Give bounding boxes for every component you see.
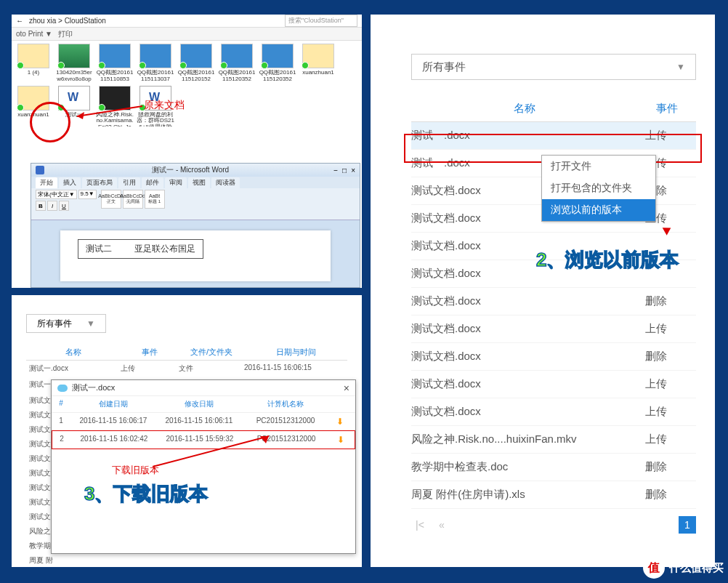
event-row[interactable]: 测试文档.docx上传: [411, 371, 696, 398]
event-row[interactable]: 测试一.docx上传文件2016-11-15 16:06:15: [26, 361, 347, 377]
row-name: 测试文档.docx: [411, 294, 645, 308]
bold-button[interactable]: B: [36, 201, 46, 211]
photo-print-button[interactable]: oto Print ▼: [16, 30, 52, 38]
event-row[interactable]: 周夏 附: [26, 552, 347, 567]
page-prev-icon[interactable]: «: [433, 516, 450, 534]
file-item[interactable]: 拯救网盘的利器：群晖DS216+II使用体验: [137, 86, 174, 126]
event-row[interactable]: 测试文档.docx上传: [411, 398, 696, 426]
explorer-toolbar: oto Print ▼ 打印: [12, 28, 362, 41]
explorer-titlebar: ← zhou xia > CloudStation 搜索"CloudStatio…: [12, 15, 362, 28]
ctx-open-file[interactable]: 打开文件: [542, 156, 655, 177]
file-label: QQ截图20161115120352: [218, 70, 256, 83]
ribbon-style[interactable]: AaBbCcDd·无间隔: [123, 190, 143, 209]
event-row[interactable]: 测试文档.docx上传: [411, 315, 696, 343]
chevron-down-icon: ▼: [676, 62, 685, 72]
word-tab[interactable]: 引用: [118, 177, 140, 188]
underline-button[interactable]: U: [59, 201, 69, 211]
file-item[interactable]: xuanzhuan1: [15, 86, 52, 126]
event-row[interactable]: 测试文档.docx删除: [411, 288, 696, 315]
word-content-b: 亚足联公布国足: [134, 244, 195, 254]
file-thumb-icon: [17, 86, 49, 110]
minimize-icon[interactable]: −: [333, 166, 338, 174]
explorer-search[interactable]: 搜索"CloudStation": [285, 15, 357, 27]
version-row[interactable]: 12016-11-15 16:06:172016-11-15 16:06:11P…: [52, 413, 355, 430]
print-button[interactable]: 打印: [58, 29, 73, 39]
word-document-page[interactable]: 测试二 亚足联公布国足: [60, 230, 331, 281]
close-icon[interactable]: ×: [344, 382, 349, 394]
file-label: QQ截图20161115120352: [259, 70, 296, 83]
ribbon-style[interactable]: AaBt标题 1: [145, 190, 165, 209]
explorer-breadcrumb[interactable]: zhou xia > CloudStation: [29, 17, 106, 25]
font-selector[interactable]: 宋体(中文正▼: [36, 190, 77, 199]
header-folder: 文件/文件夹: [179, 347, 244, 358]
header-event: 事件: [638, 102, 696, 116]
file-label: 测试一: [65, 112, 83, 118]
event-row[interactable]: 测试文档.docx: [411, 233, 696, 260]
italic-button[interactable]: I: [47, 201, 57, 211]
vh-idx: #: [52, 399, 70, 409]
sync-badge-icon: [98, 62, 105, 69]
event-row[interactable]: 风险之神.Risk.no....huixinFan.mkv上传: [411, 426, 696, 454]
cloud-icon: [57, 385, 68, 392]
file-item[interactable]: QQ截图20161115110853: [96, 44, 134, 83]
row-event: 删除: [645, 350, 696, 363]
close-icon[interactable]: ×: [351, 166, 355, 174]
header-event: 事件: [121, 347, 179, 358]
explorer-icon-grid: 1 (4)130420m35erw6xvro8o8opQQ截图201611151…: [12, 41, 362, 129]
row-event: 上传: [645, 405, 696, 419]
file-item[interactable]: 1 (4): [15, 44, 52, 83]
sync-badge-icon: [98, 104, 105, 111]
sync-badge-icon: [57, 104, 65, 111]
download-icon[interactable]: ⬇: [329, 417, 351, 427]
file-item[interactable]: 风险之神.Risk.no.Kamisama.Ep03.Chi_Jap.HDTVr…: [96, 86, 134, 126]
maximize-icon[interactable]: □: [342, 166, 347, 174]
ribbon-styles: AaBbCcDd·正文AaBbCcDd·无间隔AaBt标题 1: [101, 190, 165, 218]
version-row[interactable]: 22016-11-15 16:02:422016-11-15 15:59:32P…: [52, 430, 355, 449]
word-ribbon: 宋体(中文正▼ 9.5▼ B I U AaBbCcDd·正文AaBbCcDd·无…: [31, 188, 360, 220]
event-row[interactable]: 测试文档.docx: [411, 260, 696, 288]
event-row[interactable]: 周夏 附件(住房申请).xls删除: [411, 481, 696, 509]
page-first-icon[interactable]: |<: [411, 516, 429, 534]
word-tab[interactable]: 邮件: [142, 177, 163, 188]
sync-badge-icon: [139, 104, 146, 111]
word-tab[interactable]: 视图: [188, 177, 210, 188]
file-item[interactable]: 测试一: [55, 86, 93, 126]
sync-badge-icon: [220, 62, 227, 69]
file-explorer: ← zhou xia > CloudStation 搜索"CloudStatio…: [12, 15, 362, 129]
word-tab[interactable]: 审阅: [165, 177, 187, 188]
row-name: 测试文档.docx: [411, 322, 645, 336]
ctx-open-folder[interactable]: 打开包含的文件夹: [542, 177, 655, 199]
file-label: 风险之神.Risk.no.Kamisama.Ep03.Chi_Jap.HDTVr…: [96, 112, 134, 126]
sync-badge-icon: [139, 62, 146, 69]
vh-modified: 修改日期: [156, 399, 242, 409]
file-thumb-icon: [302, 44, 334, 68]
word-tab[interactable]: 插入: [59, 177, 81, 188]
event-filter-dropdown[interactable]: 所有事件 ▼: [411, 54, 696, 80]
file-item[interactable]: QQ截图20161115120352: [218, 44, 256, 83]
event-filter-dropdown-small[interactable]: 所有事件 ▼: [26, 314, 106, 333]
file-item[interactable]: QQ截图20161115113037: [137, 44, 174, 83]
vh-pc: 计算机名称: [242, 399, 329, 409]
word-titlebar: 测试一 - Microsoft Word − □ ×: [31, 164, 360, 177]
row-event: 上传: [645, 377, 696, 391]
word-tab[interactable]: 阅读器: [211, 177, 240, 188]
ctx-browse-versions[interactable]: 浏览以前的版本: [542, 199, 655, 221]
word-tab[interactable]: 开始: [36, 177, 57, 188]
word-tab[interactable]: 页面布局: [82, 177, 117, 188]
file-thumb-icon: [58, 86, 90, 110]
event-row[interactable]: 教学期中检查表.doc删除: [411, 454, 696, 481]
file-item[interactable]: xuanzhuan1: [299, 44, 337, 83]
file-item[interactable]: 130420m35erw6xvro8o8op: [55, 44, 93, 83]
ribbon-style[interactable]: AaBbCcDd·正文: [101, 190, 121, 209]
font-size[interactable]: 9.5▼: [78, 190, 97, 199]
download-icon[interactable]: ⬇: [330, 435, 352, 445]
event-row[interactable]: 测试文档.docx删除: [411, 343, 696, 371]
row-event: 上传: [645, 322, 696, 336]
file-item[interactable]: QQ截图20161115120352: [259, 44, 296, 83]
word-icon: [36, 166, 44, 174]
file-label: 1 (4): [28, 70, 39, 76]
file-thumb-icon: [17, 44, 49, 68]
page-current[interactable]: 1: [679, 516, 696, 534]
event-row[interactable]: 测试一.docx上传: [411, 122, 696, 150]
file-item[interactable]: QQ截图20161115120152: [177, 44, 215, 83]
